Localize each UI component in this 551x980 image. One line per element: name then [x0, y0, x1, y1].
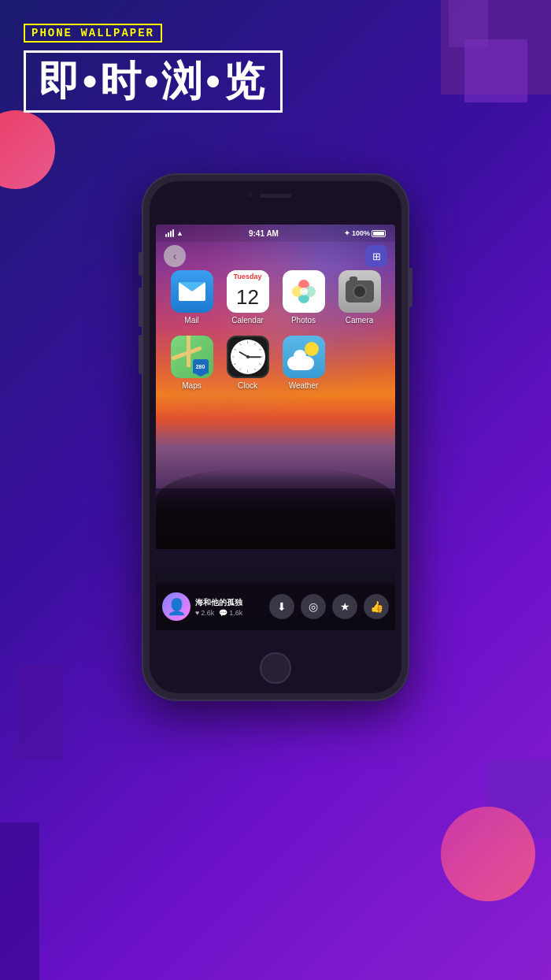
app-weather[interactable]: Weather [278, 336, 329, 390]
tick7 [239, 368, 241, 370]
svg-point-4 [300, 288, 308, 295]
deco-bg-rect5 [0, 822, 39, 980]
like-button[interactable]: 👍 [364, 594, 389, 619]
comments-count: 1.6k [229, 609, 242, 617]
app-maps[interactable]: 280 Maps [166, 336, 217, 390]
photos-label: Photos [291, 316, 316, 325]
home-button[interactable] [260, 652, 291, 684]
tick2 [259, 349, 261, 351]
user-avatar: 👤 [162, 592, 190, 621]
stat-likes: ♥ 2.6k [195, 609, 214, 617]
maps-inner: 280 [171, 336, 213, 378]
bookmark-icon: ⊞ [372, 251, 381, 262]
calendar-inner: Tuesday 12 [227, 270, 269, 313]
tick8 [234, 363, 236, 365]
front-camera [248, 192, 253, 197]
battery-fill [373, 232, 384, 236]
volume-up-button [139, 288, 142, 327]
phone-screen: ▲ 9:41 AM ✦ 100% ‹ [156, 225, 395, 630]
photos-icon [283, 270, 325, 313]
camera-bump [349, 277, 357, 280]
phone-wallpaper-label: PHONE WALLPAPER [24, 24, 162, 43]
volume-down-button [139, 335, 142, 374]
back-button[interactable]: ‹ [164, 245, 186, 267]
weather-cloud [287, 356, 314, 370]
signal-area: ▲ [165, 229, 183, 237]
comments-icon: 💬 [219, 609, 227, 617]
rocks-area [156, 468, 395, 549]
stat-comments: 💬 1.6k [219, 609, 242, 617]
bottom-stats: ♥ 2.6k 💬 1.6k [195, 609, 264, 617]
bookmark-button[interactable]: ⊞ [365, 245, 387, 267]
status-time: 9:41 AM [249, 229, 279, 238]
app-photos[interactable]: Photos [278, 270, 329, 325]
apps-row-2: 280 Maps [164, 336, 387, 390]
back-icon: ‹ [173, 250, 177, 262]
chinese-title: 即•时•浏•览 [24, 50, 283, 113]
signal-bars [165, 229, 174, 237]
weather-icon [283, 336, 325, 378]
power-button [409, 268, 412, 307]
tick3 [261, 357, 264, 358]
app-calendar[interactable]: Tuesday 12 Calendar [222, 270, 273, 325]
mail-envelope [179, 282, 205, 301]
deco-bg-circle1 [0, 110, 55, 189]
minute-hand [248, 356, 261, 358]
mail-icon [171, 270, 213, 313]
header-area: PHONE WALLPAPER 即•时•浏•览 [24, 24, 527, 113]
apps-row-1: Mail Tuesday 12 Calendar [164, 270, 387, 325]
avatar-icon: 👤 [167, 597, 187, 616]
tick6 [247, 370, 248, 373]
clock-icon [227, 336, 269, 378]
bottom-info: 海和他的孤独 ♥ 2.6k 💬 1.6k [195, 597, 264, 617]
phone-mockup: ▲ 9:41 AM ✦ 100% ‹ [142, 173, 409, 701]
photos-svg [288, 276, 320, 307]
app-camera[interactable]: Camera [334, 270, 385, 325]
likes-count: 2.6k [201, 609, 214, 617]
deco-bg-rect3 [16, 665, 63, 759]
tick10 [234, 349, 236, 351]
view-button[interactable]: ◎ [301, 594, 326, 619]
tick12 [247, 341, 248, 343]
calendar-label: Calendar [231, 316, 264, 325]
bar2 [168, 232, 169, 237]
bluetooth-icon: ✦ [344, 229, 350, 237]
favorite-button[interactable]: ★ [332, 594, 357, 619]
mute-button [139, 252, 142, 276]
maps-icon: 280 [171, 336, 213, 378]
tick5 [254, 368, 256, 370]
clock-label: Clock [238, 381, 257, 390]
battery-area: ✦ 100% [344, 229, 386, 237]
status-bar: ▲ 9:41 AM ✦ 100% [156, 225, 395, 242]
battery-percent: 100% [352, 229, 370, 237]
likes-icon: ♥ [195, 609, 199, 617]
weather-sun [305, 342, 319, 356]
bottom-title: 海和他的孤独 [195, 597, 264, 608]
tick9 [232, 357, 235, 358]
nav-row: ‹ ⊞ [156, 242, 395, 270]
download-button[interactable]: ⬇ [269, 594, 294, 619]
phone-inner-body: ▲ 9:41 AM ✦ 100% ‹ [150, 181, 401, 693]
clock-center [246, 355, 250, 358]
bar1 [165, 234, 167, 237]
phone-speaker [260, 194, 291, 198]
bottom-actions: ⬇ ◎ ★ 👍 [269, 594, 389, 619]
bar3 [170, 231, 172, 237]
maps-road2 [187, 336, 190, 367]
tick1 [254, 343, 256, 345]
battery-icon [372, 230, 386, 237]
empty-icon [338, 336, 381, 378]
camera-label: Camera [346, 316, 374, 325]
app-mail[interactable]: Mail [166, 270, 217, 325]
calendar-icon: Tuesday 12 [227, 270, 269, 313]
bottom-bar: 👤 海和他的孤独 ♥ 2.6k 💬 1.6k [156, 583, 395, 630]
maps-shield: 280 [193, 359, 209, 373]
tick4 [259, 363, 261, 365]
calendar-date: 12 [227, 280, 269, 313]
wifi-icon: ▲ [176, 229, 183, 237]
app-clock[interactable]: Clock [222, 336, 273, 390]
apps-grid: Mail Tuesday 12 Calendar [156, 270, 395, 401]
maps-label: Maps [182, 381, 201, 390]
app-empty [334, 336, 385, 390]
tick11 [239, 343, 241, 345]
